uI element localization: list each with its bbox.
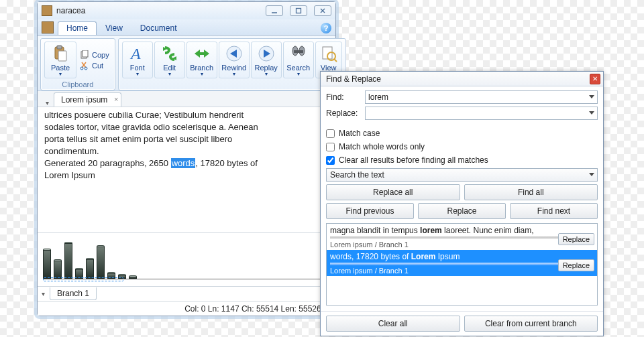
cut-icon [80, 61, 89, 70]
selection-highlight: words [171, 158, 196, 168]
rewind-icon [225, 44, 244, 63]
find-replace-dialog: Find & Replace ✕ Find: lorem Replace: Ma… [320, 71, 604, 336]
match-case-checkbox[interactable]: Match case [326, 128, 598, 139]
editor-area[interactable]: ultrices posuere cubilia Curae; Vestibul… [38, 107, 335, 232]
font-button[interactable]: A Font▾ [122, 42, 153, 78]
document-tab[interactable]: Lorem ipsum × [54, 92, 121, 107]
results-list: magna blandit in tempus lorem laoreet. N… [326, 223, 598, 306]
close-tab-icon[interactable]: × [114, 95, 118, 103]
result-item-selected[interactable]: words, 17820 bytes of Lorem Ipsum Lorem … [327, 250, 597, 276]
dialog-title: Find & Replace [326, 74, 590, 84]
app-menu-icon[interactable] [42, 21, 54, 33]
svg-rect-23 [294, 50, 303, 53]
svg-rect-6 [58, 51, 66, 61]
replay-button[interactable]: Replay▾ [251, 42, 282, 78]
copy-icon [80, 50, 89, 60]
app-title: naracea [56, 6, 266, 15]
clear-all-button[interactable]: Clear all [326, 316, 460, 332]
dropdown-icon[interactable] [589, 111, 594, 115]
replace-label: Replace: [326, 109, 361, 118]
result-replace-button[interactable]: Replace [558, 233, 594, 245]
branch-tabs: ▾ Branch 1 [38, 286, 335, 301]
rewind-button[interactable]: Rewind▾ [219, 42, 250, 78]
main-window: naracea Home View Document ? Paste ▾ [37, 1, 336, 316]
status-bar: Col: 0 Ln: 1147 Ch: 55514 Len: 55526 IN [38, 301, 335, 316]
clear-results-checkbox[interactable]: Clear all results before finding all mat… [326, 155, 598, 165]
view-icon [319, 44, 338, 63]
replay-icon [257, 44, 276, 63]
cut-button[interactable]: Cut [78, 60, 111, 71]
timeline-chart[interactable] [38, 232, 335, 286]
chart-selection[interactable] [43, 277, 123, 281]
svg-marker-16 [195, 50, 209, 58]
titlebar: naracea [38, 2, 335, 19]
svg-rect-5 [57, 46, 62, 49]
find-input[interactable]: lorem [365, 90, 598, 104]
replace-button[interactable]: Replace [418, 203, 506, 219]
search-icon [289, 44, 308, 63]
edit-button[interactable]: Edit▾ [154, 42, 185, 78]
paste-icon [51, 44, 70, 63]
result-replace-button[interactable]: Replace [558, 259, 594, 271]
replace-all-button[interactable]: Replace all [326, 184, 460, 200]
clear-branch-button[interactable]: Clear from current branch [464, 316, 598, 332]
svg-rect-8 [83, 50, 88, 57]
document-tabs: ▾ Lorem ipsum × [38, 91, 335, 107]
dropdown-icon[interactable] [589, 95, 594, 98]
close-button[interactable] [314, 5, 331, 16]
branch-button[interactable]: Branch▾ [186, 42, 217, 78]
edit-icon [160, 44, 179, 63]
group-tools: A Font▾ Edit▾ Branch▾ Rewind▾ Repl [118, 38, 346, 90]
whole-words-checkbox[interactable]: Match whole words only [326, 141, 598, 152]
find-previous-button[interactable]: Find previous [326, 203, 414, 219]
find-next-button[interactable]: Find next [510, 203, 598, 219]
tab-view[interactable]: View [97, 21, 131, 35]
dialog-close-button[interactable]: ✕ [590, 74, 600, 84]
maximize-button[interactable] [290, 5, 307, 16]
branch-expand-icon[interactable]: ▾ [42, 290, 50, 297]
tab-home[interactable]: Home [58, 21, 97, 35]
dropdown-icon[interactable] [589, 173, 594, 176]
svg-line-26 [334, 59, 337, 62]
group-clipboard: Paste ▾ Copy Cut Clipboard [40, 38, 115, 90]
search-scope-select[interactable]: Search the text [326, 168, 598, 182]
help-button[interactable]: ? [321, 23, 331, 33]
find-all-button[interactable]: Find all [464, 184, 598, 200]
search-button[interactable]: Search▾ [283, 42, 314, 78]
dialog-titlebar: Find & Replace ✕ [321, 72, 603, 86]
ribbon: Paste ▾ Copy Cut Clipboard [38, 36, 335, 91]
tabs-expand-icon[interactable]: ▾ [43, 99, 51, 107]
tab-document[interactable]: Document [131, 21, 186, 35]
branch-tab[interactable]: Branch 1 [50, 287, 97, 300]
document-tab-label: Lorem ipsum [61, 95, 107, 105]
copy-button[interactable]: Copy [78, 50, 111, 60]
replace-input[interactable] [365, 107, 598, 120]
branch-icon [193, 44, 211, 63]
svg-rect-1 [297, 9, 301, 13]
paste-button[interactable]: Paste ▾ [44, 42, 76, 78]
font-icon: A [128, 44, 147, 63]
result-item[interactable]: magna blandit in tempus lorem laoreet. N… [327, 224, 597, 250]
svg-text:A: A [129, 45, 141, 62]
ribbon-tabs: Home View Document ? [38, 19, 335, 36]
minimize-button[interactable] [266, 5, 283, 16]
app-icon [42, 5, 52, 16]
find-label: Find: [326, 92, 361, 102]
